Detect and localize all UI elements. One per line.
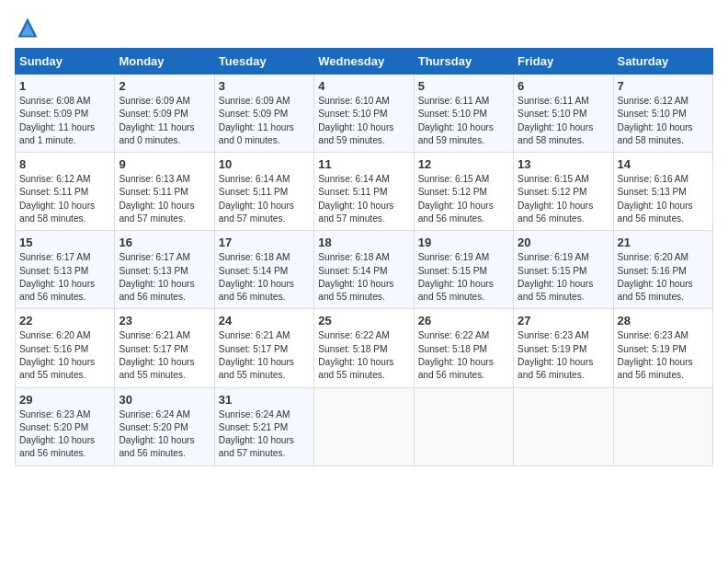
logo-icon bbox=[15, 15, 40, 40]
calendar-cell: 3 Sunrise: 6:09 AM Sunset: 5:09 PM Dayli… bbox=[214, 75, 313, 153]
calendar-cell: 25 Sunrise: 6:22 AM Sunset: 5:18 PM Dayl… bbox=[314, 309, 414, 387]
cell-content: Sunrise: 6:14 AM Sunset: 5:11 PM Dayligh… bbox=[318, 173, 409, 225]
cell-content: Sunrise: 6:11 AM Sunset: 5:10 PM Dayligh… bbox=[518, 95, 609, 147]
calendar-cell: 23 Sunrise: 6:21 AM Sunset: 5:17 PM Dayl… bbox=[115, 309, 214, 387]
day-number: 29 bbox=[19, 393, 110, 407]
day-number: 30 bbox=[119, 393, 210, 407]
cell-content: Sunrise: 6:23 AM Sunset: 5:20 PM Dayligh… bbox=[19, 408, 110, 461]
cell-content: Sunrise: 6:19 AM Sunset: 5:15 PM Dayligh… bbox=[418, 251, 509, 304]
page-header bbox=[15, 15, 713, 40]
cell-content: Sunrise: 6:15 AM Sunset: 5:12 PM Dayligh… bbox=[518, 173, 609, 225]
cell-content: Sunrise: 6:10 AM Sunset: 5:10 PM Dayligh… bbox=[318, 95, 409, 147]
calendar-cell: 18 Sunrise: 6:18 AM Sunset: 5:14 PM Dayl… bbox=[314, 231, 414, 309]
day-number: 19 bbox=[418, 236, 509, 249]
header-thursday: Thursday bbox=[414, 49, 513, 75]
header-tuesday: Tuesday bbox=[214, 49, 313, 75]
day-number: 26 bbox=[418, 314, 509, 327]
cell-content: Sunrise: 6:21 AM Sunset: 5:17 PM Dayligh… bbox=[219, 329, 310, 382]
cell-content: Sunrise: 6:11 AM Sunset: 5:10 PM Dayligh… bbox=[418, 95, 509, 147]
calendar-cell: 15 Sunrise: 6:17 AM Sunset: 5:13 PM Dayl… bbox=[16, 231, 115, 309]
calendar-cell: 28 Sunrise: 6:23 AM Sunset: 5:19 PM Dayl… bbox=[613, 309, 712, 387]
week-row-2: 8 Sunrise: 6:12 AM Sunset: 5:11 PM Dayli… bbox=[16, 153, 713, 231]
day-number: 23 bbox=[119, 314, 210, 327]
week-row-5: 29 Sunrise: 6:23 AM Sunset: 5:20 PM Dayl… bbox=[16, 387, 713, 465]
cell-content: Sunrise: 6:14 AM Sunset: 5:11 PM Dayligh… bbox=[219, 173, 310, 225]
week-row-3: 15 Sunrise: 6:17 AM Sunset: 5:13 PM Dayl… bbox=[16, 231, 713, 309]
cell-content: Sunrise: 6:20 AM Sunset: 5:16 PM Dayligh… bbox=[618, 251, 709, 304]
calendar-cell: 7 Sunrise: 6:12 AM Sunset: 5:10 PM Dayli… bbox=[613, 75, 712, 153]
calendar-table: SundayMondayTuesdayWednesdayThursdayFrid… bbox=[15, 48, 713, 466]
cell-content: Sunrise: 6:12 AM Sunset: 5:10 PM Dayligh… bbox=[618, 95, 709, 147]
day-number: 2 bbox=[119, 79, 210, 93]
day-number: 11 bbox=[318, 157, 409, 171]
cell-content: Sunrise: 6:08 AM Sunset: 5:09 PM Dayligh… bbox=[19, 95, 110, 147]
cell-content: Sunrise: 6:17 AM Sunset: 5:13 PM Dayligh… bbox=[119, 251, 210, 304]
cell-content: Sunrise: 6:13 AM Sunset: 5:11 PM Dayligh… bbox=[119, 173, 210, 225]
calendar-cell: 12 Sunrise: 6:15 AM Sunset: 5:12 PM Dayl… bbox=[414, 153, 513, 231]
day-number: 5 bbox=[418, 79, 509, 93]
day-number: 27 bbox=[518, 314, 609, 327]
calendar-cell: 1 Sunrise: 6:08 AM Sunset: 5:09 PM Dayli… bbox=[16, 75, 115, 153]
day-number: 7 bbox=[618, 79, 709, 93]
day-number: 21 bbox=[618, 236, 709, 249]
day-number: 22 bbox=[19, 314, 110, 327]
day-number: 25 bbox=[318, 314, 409, 327]
calendar-cell: 16 Sunrise: 6:17 AM Sunset: 5:13 PM Dayl… bbox=[115, 231, 214, 309]
cell-content: Sunrise: 6:23 AM Sunset: 5:19 PM Dayligh… bbox=[518, 329, 609, 382]
day-number: 12 bbox=[418, 157, 509, 171]
day-number: 16 bbox=[119, 236, 210, 249]
calendar-cell: 21 Sunrise: 6:20 AM Sunset: 5:16 PM Dayl… bbox=[613, 231, 712, 309]
calendar-cell bbox=[514, 387, 613, 465]
calendar-cell: 24 Sunrise: 6:21 AM Sunset: 5:17 PM Dayl… bbox=[214, 309, 313, 387]
header-saturday: Saturday bbox=[613, 49, 712, 75]
calendar-cell bbox=[314, 387, 414, 465]
cell-content: Sunrise: 6:19 AM Sunset: 5:15 PM Dayligh… bbox=[518, 251, 609, 304]
day-number: 6 bbox=[518, 79, 609, 93]
week-row-4: 22 Sunrise: 6:20 AM Sunset: 5:16 PM Dayl… bbox=[16, 309, 713, 387]
calendar-cell: 11 Sunrise: 6:14 AM Sunset: 5:11 PM Dayl… bbox=[314, 153, 414, 231]
day-number: 15 bbox=[19, 236, 110, 249]
header-friday: Friday bbox=[514, 49, 613, 75]
calendar-cell: 17 Sunrise: 6:18 AM Sunset: 5:14 PM Dayl… bbox=[214, 231, 313, 309]
calendar-cell: 5 Sunrise: 6:11 AM Sunset: 5:10 PM Dayli… bbox=[414, 75, 513, 153]
header-monday: Monday bbox=[115, 49, 214, 75]
calendar-cell: 10 Sunrise: 6:14 AM Sunset: 5:11 PM Dayl… bbox=[214, 153, 313, 231]
calendar-cell: 13 Sunrise: 6:15 AM Sunset: 5:12 PM Dayl… bbox=[514, 153, 613, 231]
cell-content: Sunrise: 6:23 AM Sunset: 5:19 PM Dayligh… bbox=[618, 329, 709, 382]
calendar-cell: 30 Sunrise: 6:24 AM Sunset: 5:20 PM Dayl… bbox=[115, 387, 214, 465]
week-row-1: 1 Sunrise: 6:08 AM Sunset: 5:09 PM Dayli… bbox=[16, 75, 713, 153]
day-number: 8 bbox=[19, 157, 110, 171]
day-number: 24 bbox=[219, 314, 310, 327]
cell-content: Sunrise: 6:24 AM Sunset: 5:20 PM Dayligh… bbox=[119, 408, 210, 461]
day-number: 1 bbox=[19, 79, 110, 93]
day-number: 18 bbox=[318, 236, 409, 249]
cell-content: Sunrise: 6:24 AM Sunset: 5:21 PM Dayligh… bbox=[219, 408, 310, 461]
calendar-header-row: SundayMondayTuesdayWednesdayThursdayFrid… bbox=[16, 49, 713, 75]
calendar-cell: 9 Sunrise: 6:13 AM Sunset: 5:11 PM Dayli… bbox=[115, 153, 214, 231]
cell-content: Sunrise: 6:22 AM Sunset: 5:18 PM Dayligh… bbox=[418, 329, 509, 382]
day-number: 20 bbox=[518, 236, 609, 249]
cell-content: Sunrise: 6:21 AM Sunset: 5:17 PM Dayligh… bbox=[119, 329, 210, 382]
cell-content: Sunrise: 6:16 AM Sunset: 5:13 PM Dayligh… bbox=[618, 173, 709, 225]
header-wednesday: Wednesday bbox=[314, 49, 414, 75]
cell-content: Sunrise: 6:17 AM Sunset: 5:13 PM Dayligh… bbox=[19, 251, 110, 304]
cell-content: Sunrise: 6:18 AM Sunset: 5:14 PM Dayligh… bbox=[318, 251, 409, 304]
calendar-cell: 31 Sunrise: 6:24 AM Sunset: 5:21 PM Dayl… bbox=[214, 387, 313, 465]
calendar-cell: 14 Sunrise: 6:16 AM Sunset: 5:13 PM Dayl… bbox=[613, 153, 712, 231]
calendar-cell: 2 Sunrise: 6:09 AM Sunset: 5:09 PM Dayli… bbox=[115, 75, 214, 153]
calendar-cell: 29 Sunrise: 6:23 AM Sunset: 5:20 PM Dayl… bbox=[16, 387, 115, 465]
day-number: 3 bbox=[219, 79, 310, 93]
cell-content: Sunrise: 6:20 AM Sunset: 5:16 PM Dayligh… bbox=[19, 329, 110, 382]
day-number: 14 bbox=[618, 157, 709, 171]
day-number: 10 bbox=[219, 157, 310, 171]
cell-content: Sunrise: 6:09 AM Sunset: 5:09 PM Dayligh… bbox=[119, 95, 210, 147]
calendar-cell: 26 Sunrise: 6:22 AM Sunset: 5:18 PM Dayl… bbox=[414, 309, 513, 387]
calendar-cell: 8 Sunrise: 6:12 AM Sunset: 5:11 PM Dayli… bbox=[16, 153, 115, 231]
day-number: 17 bbox=[219, 236, 310, 249]
day-number: 31 bbox=[219, 393, 310, 407]
day-number: 4 bbox=[318, 79, 409, 93]
cell-content: Sunrise: 6:22 AM Sunset: 5:18 PM Dayligh… bbox=[318, 329, 409, 382]
calendar-cell: 27 Sunrise: 6:23 AM Sunset: 5:19 PM Dayl… bbox=[514, 309, 613, 387]
calendar-cell: 19 Sunrise: 6:19 AM Sunset: 5:15 PM Dayl… bbox=[414, 231, 513, 309]
calendar-cell bbox=[613, 387, 712, 465]
